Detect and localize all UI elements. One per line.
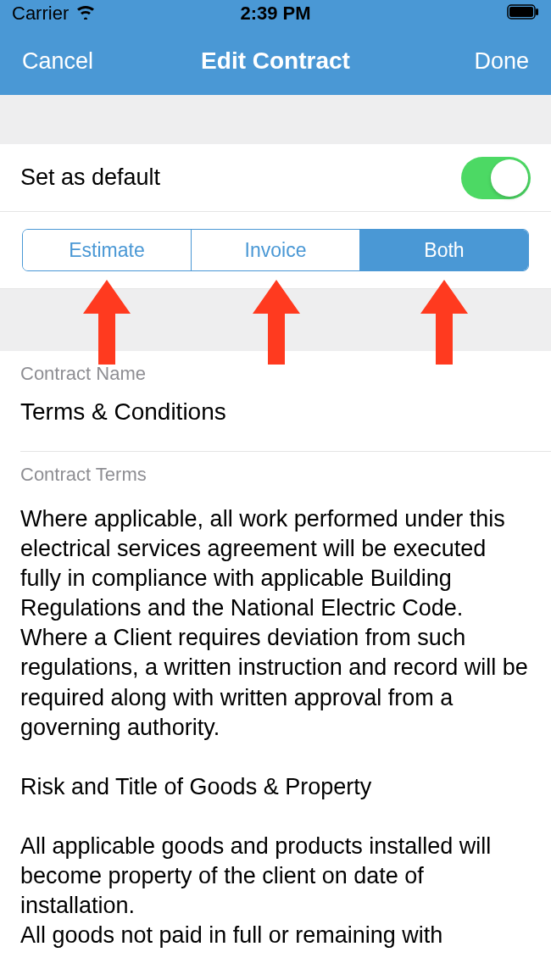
contract-terms-label: Contract Terms — [20, 455, 531, 499]
spacer-2 — [0, 288, 551, 351]
nav-bar: Cancel Edit Contract Done — [0, 27, 551, 95]
terms-para3: All goods not paid in full or remaining … — [20, 921, 531, 950]
terms-para2: All applicable goods and products instal… — [20, 832, 531, 921]
contract-terms-section: Contract Terms — [0, 452, 551, 499]
contract-terms-text[interactable]: Where applicable, all work performed und… — [0, 499, 551, 950]
status-left: Carrier — [12, 3, 96, 25]
toggle-knob — [491, 159, 528, 197]
carrier-label: Carrier — [12, 3, 69, 25]
segment-both[interactable]: Both — [360, 230, 528, 270]
contract-name-section: Contract Name Terms & Conditions — [0, 351, 551, 451]
done-button[interactable]: Done — [474, 48, 529, 75]
segment-estimate[interactable]: Estimate — [23, 230, 192, 270]
set-default-label: Set as default — [20, 164, 160, 191]
status-bar: Carrier 2:39 PM — [0, 0, 551, 27]
cancel-button[interactable]: Cancel — [22, 48, 93, 75]
set-default-toggle[interactable] — [461, 157, 531, 199]
page-title: Edit Contract — [201, 47, 350, 75]
svg-rect-2 — [536, 8, 538, 15]
svg-rect-1 — [509, 7, 533, 17]
segment-control: Estimate Invoice Both — [22, 229, 529, 271]
contract-name-value[interactable]: Terms & Conditions — [20, 398, 531, 451]
wifi-icon — [75, 3, 96, 25]
status-time: 2:39 PM — [240, 3, 310, 25]
status-right — [507, 3, 539, 25]
segment-row: Estimate Invoice Both — [0, 212, 551, 288]
terms-para1: Where applicable, all work performed und… — [20, 504, 531, 743]
battery-icon — [507, 3, 539, 25]
terms-heading2: Risk and Title of Goods & Property — [20, 772, 531, 802]
spacer — [0, 95, 551, 144]
segment-invoice[interactable]: Invoice — [192, 230, 360, 270]
set-default-row: Set as default — [0, 144, 551, 212]
contract-name-label: Contract Name — [20, 354, 531, 398]
